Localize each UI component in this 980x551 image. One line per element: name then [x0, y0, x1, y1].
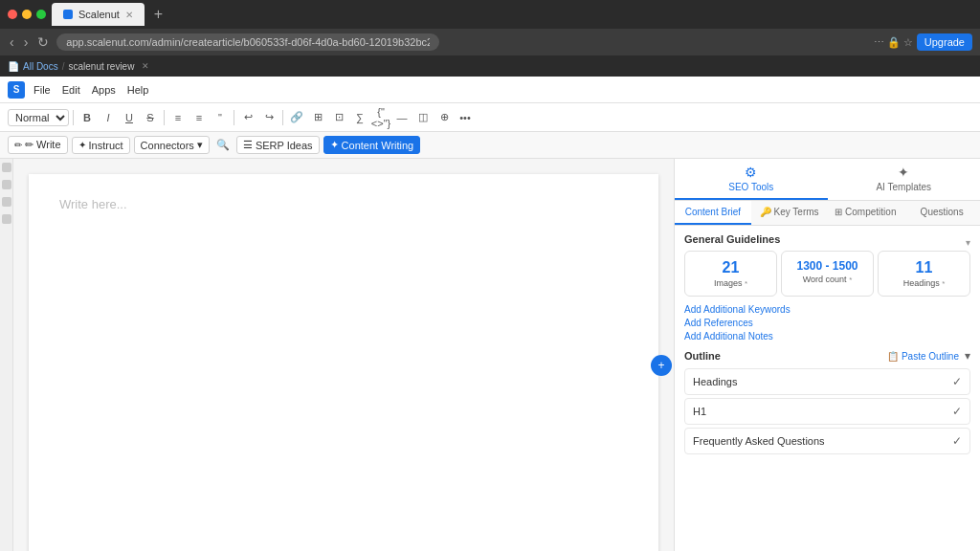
blockquote-button[interactable]: "	[211, 108, 230, 127]
images-value: 21	[691, 259, 770, 276]
table-button[interactable]: ⊡	[329, 108, 348, 127]
menu-apps[interactable]: Apps	[87, 82, 121, 98]
breadcrumb-current: scalenut review	[68, 61, 134, 72]
address-bar-row: ‹ › ↻ ⋯ 🔒 ☆ Upgrade	[0, 29, 980, 55]
headings-value: 11	[884, 259, 964, 276]
menu-file[interactable]: File	[29, 82, 56, 98]
new-tab-button[interactable]: +	[150, 6, 167, 23]
link-button[interactable]: 🔗	[287, 108, 306, 127]
general-guidelines-title: General Guidelines	[684, 233, 780, 245]
outline-item-headings-label: Headings	[693, 376, 737, 387]
questions-tab[interactable]: Questions	[903, 201, 980, 225]
style-select[interactable]: Normal	[8, 109, 69, 126]
add-block-button[interactable]: ⊕	[434, 108, 454, 127]
menu-help[interactable]: Help	[122, 82, 154, 98]
app-menu-toolbar: S File Edit Apps Help	[0, 77, 980, 103]
write-button[interactable]: ✏ ✏ Write	[8, 136, 68, 154]
sidebar: ⚙ SEO Tools ✦ AI Templates Content Brief…	[674, 159, 980, 551]
outline-item-h1-check: ✓	[952, 405, 962, 418]
browser-chrome: Scalenut ✕ +	[0, 0, 980, 29]
key-terms-tab[interactable]: 🔑 Key Terms	[751, 201, 828, 225]
editor-area: Write here... +	[13, 159, 674, 551]
left-icon-1[interactable]	[2, 163, 11, 172]
divider-3	[234, 110, 234, 125]
left-icon-4[interactable]	[2, 214, 11, 224]
more-button[interactable]: •••	[456, 108, 475, 127]
browser-actions: ⋯ 🔒 ☆ Upgrade	[874, 33, 972, 51]
left-icon-2[interactable]	[2, 180, 11, 189]
app-logo: S	[8, 81, 25, 99]
paste-outline-label: Paste Outline	[902, 351, 959, 362]
connectors-button[interactable]: Connectors ▾	[134, 136, 210, 154]
tab-label: Scalenut	[78, 9, 120, 20]
image-button[interactable]: ⊞	[308, 108, 327, 127]
formula-button[interactable]: ∑	[350, 108, 369, 127]
forward-button[interactable]: ›	[22, 34, 31, 50]
general-guidelines-section: General Guidelines ▾ 21 Images *	[684, 233, 970, 342]
paste-outline-button[interactable]: 📋 Paste Outline	[887, 351, 959, 362]
guidelines-expand-icon[interactable]: ▾	[966, 237, 970, 248]
menu-edit[interactable]: Edit	[57, 82, 85, 98]
address-input[interactable]	[56, 33, 439, 51]
outline-item-h1[interactable]: H1 ✓	[684, 398, 970, 425]
seo-tools-tab[interactable]: ⚙ SEO Tools	[675, 159, 828, 200]
code-button[interactable]: {"<>"}	[371, 108, 390, 127]
browser-tab-active[interactable]: Scalenut ✕	[52, 3, 145, 26]
breadcrumb-separator: /	[62, 61, 65, 72]
strikethrough-button[interactable]: S	[141, 108, 160, 127]
serp-ideas-button[interactable]: ☰ SERP Ideas	[236, 136, 320, 154]
breadcrumb-bar: 📄 All Docs / scalenut review ✕	[0, 55, 980, 77]
upgrade-button[interactable]: Upgrade	[917, 33, 972, 51]
italic-button[interactable]: I	[99, 108, 118, 127]
breadcrumb-all-docs[interactable]: All Docs	[23, 61, 58, 72]
outline-item-faq-check: ✓	[952, 434, 962, 448]
instruct-label: Instruct	[89, 140, 123, 151]
columns-button[interactable]: ◫	[413, 108, 433, 127]
seo-tools-label: SEO Tools	[728, 182, 773, 192]
images-label: Images *	[691, 278, 770, 288]
outline-item-faq[interactable]: Frequently Asked Questions ✓	[684, 428, 970, 454]
content-writing-button[interactable]: ✦ Content Writing	[323, 136, 421, 154]
outline-item-headings[interactable]: Headings ✓	[684, 368, 970, 395]
key-terms-tab-label: Key Terms	[773, 207, 818, 217]
instruct-button[interactable]: ✦ Instruct	[72, 137, 130, 154]
add-content-button[interactable]: +	[651, 355, 672, 376]
content-brief-tab[interactable]: Content Brief	[675, 201, 751, 225]
word-count-metric-card: 1300 - 1500 Word count *	[781, 251, 874, 297]
redo-button[interactable]: ↪	[259, 108, 278, 127]
outline-expand-icon[interactable]: ▾	[965, 349, 970, 363]
horizontal-rule-button[interactable]: —	[392, 108, 412, 127]
sidebar-top-tabs: ⚙ SEO Tools ✦ AI Templates	[675, 159, 980, 201]
tab-close-icon[interactable]: ✕	[125, 10, 133, 20]
connectors-label: Connectors	[141, 140, 194, 151]
refresh-button[interactable]: ↻	[35, 34, 51, 50]
word-count-value: 1300 - 1500	[788, 259, 867, 273]
main-area: Write here... + ⚙ SEO Tools ✦ AI Templat…	[0, 159, 980, 551]
breadcrumb-icon: 📄	[8, 61, 19, 72]
outline-controls: 📋 Paste Outline ▾	[887, 349, 970, 363]
back-button[interactable]: ‹	[8, 34, 16, 50]
app-menu-items: File Edit Apps Help	[29, 82, 153, 98]
underline-button[interactable]: U	[120, 108, 139, 127]
serp-label: SERP Ideas	[256, 140, 313, 151]
add-keywords-link[interactable]: Add Additional Keywords	[684, 304, 970, 315]
extensions-area: ⋯ 🔒 ☆	[874, 36, 913, 49]
paste-icon: 📋	[887, 351, 899, 362]
search-button[interactable]: 🔍	[213, 136, 233, 155]
ordered-list-button[interactable]: ≡	[189, 108, 209, 127]
minimize-window-btn[interactable]	[22, 10, 32, 19]
outline-section: Outline 📋 Paste Outline ▾ Headings ✓	[684, 349, 970, 454]
key-terms-tab-icon: 🔑	[760, 207, 771, 217]
maximize-window-btn[interactable]	[36, 10, 46, 19]
add-notes-link[interactable]: Add Additional Notes	[684, 331, 970, 342]
close-window-btn[interactable]	[8, 10, 17, 19]
left-icon-3[interactable]	[2, 197, 11, 207]
headings-label: Headings *	[884, 278, 964, 288]
tab-favicon	[63, 10, 73, 19]
add-references-link[interactable]: Add References	[684, 318, 970, 328]
bullet-list-button[interactable]: ≡	[168, 108, 188, 127]
undo-button[interactable]: ↩	[238, 108, 257, 127]
bold-button[interactable]: B	[78, 108, 97, 127]
competition-tab[interactable]: ⊞ Competition	[828, 201, 904, 225]
ai-templates-tab[interactable]: ✦ AI Templates	[828, 159, 981, 200]
